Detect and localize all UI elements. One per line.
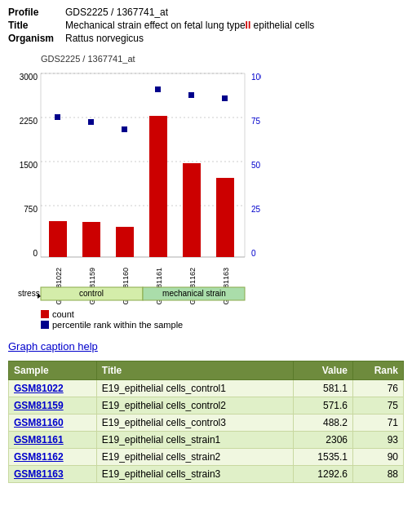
col-rank: Rank (353, 361, 404, 380)
svg-text:mechanical strain: mechanical strain (162, 289, 226, 298)
legend-count: count (41, 309, 261, 319)
cell-sample: GSM81160 (9, 415, 97, 432)
dot-gsm81160 (122, 126, 127, 132)
col-value: Value (294, 361, 353, 380)
cell-rank: 71 (353, 415, 404, 432)
cell-value: 2306 (294, 432, 353, 449)
sample-link[interactable]: GSM81159 (14, 400, 64, 411)
bar-gsm81159 (82, 222, 100, 257)
data-table: Sample Title Value Rank GSM81022E19_epit… (8, 361, 404, 483)
col-title: Title (96, 361, 294, 380)
chart-title: GDS2225 / 1367741_at (41, 54, 261, 64)
organism-row: Organism Rattus norvegicus (8, 33, 404, 44)
cell-sample: GSM81159 (9, 397, 97, 415)
cell-rank: 90 (353, 449, 404, 466)
organism-value: Rattus norvegicus (65, 33, 144, 44)
cell-rank: 76 (353, 380, 404, 397)
chart-svg: 3000 2250 1500 750 0 100% 75 50 25 0 (8, 65, 261, 306)
bar-gsm81160 (116, 227, 134, 257)
dot-gsm81162 (188, 92, 194, 98)
sample-link[interactable]: GSM81162 (14, 451, 64, 463)
legend: count percentile rank within the sample (41, 309, 261, 330)
table-row: GSM81160E19_epithelial cells_control3488… (9, 415, 404, 432)
svg-text:100%: 100% (251, 73, 261, 82)
title-value: Mechanical strain effect on fetal lung t… (65, 20, 314, 31)
svg-text:0: 0 (33, 249, 38, 258)
cell-title: E19_epithelial cells_control3 (96, 415, 294, 432)
legend-percentile: percentile rank within the sample (41, 320, 261, 330)
bar-gsm81162 (183, 163, 201, 257)
graph-caption-link[interactable]: Graph caption help (8, 340, 98, 352)
title-label: Title (8, 20, 65, 31)
svg-text:25: 25 (251, 205, 261, 214)
svg-text:2250: 2250 (20, 117, 38, 126)
cell-title: E19_epithelial cells_strain1 (96, 432, 294, 449)
svg-rect-10 (41, 73, 245, 257)
cell-value: 1535.1 (294, 449, 353, 466)
cell-value: 581.1 (294, 380, 353, 397)
col-sample: Sample (9, 361, 97, 380)
table-row: GSM81161E19_epithelial cells_strain12306… (9, 432, 404, 449)
dot-gsm81022 (55, 114, 60, 120)
bar-gsm81022 (49, 221, 67, 257)
profile-label: Profile (8, 7, 65, 18)
cell-sample: GSM81022 (9, 380, 97, 397)
dot-gsm81161 (155, 86, 161, 92)
svg-text:50: 50 (251, 161, 261, 170)
svg-text:3000: 3000 (20, 73, 38, 82)
table-header-row: Sample Title Value Rank (9, 361, 404, 380)
legend-percentile-label: percentile rank within the sample (52, 320, 183, 330)
dot-gsm81163 (222, 95, 228, 101)
dot-gsm81159 (88, 119, 94, 125)
profile-row: Profile GDS2225 / 1367741_at (8, 7, 404, 18)
bar-gsm81161 (149, 116, 167, 257)
sample-link[interactable]: GSM81161 (14, 434, 64, 446)
chart-container: GDS2225 / 1367741_at 3000 2250 1500 750 … (8, 54, 261, 330)
svg-text:75: 75 (251, 117, 261, 126)
legend-count-label: count (52, 309, 74, 319)
table-row: GSM81163E19_epithelial cells_strain31292… (9, 466, 404, 483)
cell-value: 571.6 (294, 397, 353, 415)
bar-gsm81163 (216, 178, 234, 257)
cell-title: E19_epithelial cells_control1 (96, 380, 294, 397)
svg-text:750: 750 (24, 205, 38, 214)
legend-percentile-box (41, 321, 49, 329)
profile-section: Profile GDS2225 / 1367741_at Title Mecha… (8, 7, 404, 44)
cell-title: E19_epithelial cells_strain3 (96, 466, 294, 483)
svg-text:control: control (79, 289, 104, 298)
cell-title: E19_epithelial cells_strain2 (96, 449, 294, 466)
title-row: Title Mechanical strain effect on fetal … (8, 20, 404, 31)
sample-link[interactable]: GSM81163 (14, 468, 64, 480)
sample-link[interactable]: GSM81160 (14, 417, 64, 428)
organism-label: Organism (8, 33, 65, 44)
cell-value: 1292.6 (294, 466, 353, 483)
svg-text:0: 0 (251, 249, 256, 258)
cell-sample: GSM81162 (9, 449, 97, 466)
table-row: GSM81162E19_epithelial cells_strain21535… (9, 449, 404, 466)
sample-link[interactable]: GSM81022 (14, 383, 64, 394)
svg-text:1500: 1500 (20, 161, 38, 170)
legend-count-box (41, 310, 49, 318)
cell-rank: 88 (353, 466, 404, 483)
cell-title: E19_epithelial cells_control2 (96, 397, 294, 415)
cell-rank: 93 (353, 432, 404, 449)
cell-value: 488.2 (294, 415, 353, 432)
cell-rank: 75 (353, 397, 404, 415)
cell-sample: GSM81161 (9, 432, 97, 449)
table-row: GSM81022E19_epithelial cells_control1581… (9, 380, 404, 397)
title-main: Mechanical strain effect on fetal lung t… (65, 20, 246, 31)
table-row: GSM81159E19_epithelial cells_control2571… (9, 397, 404, 415)
svg-text:stress: stress (18, 289, 40, 298)
cell-sample: GSM81163 (9, 466, 97, 483)
profile-value: GDS2225 / 1367741_at (65, 7, 168, 18)
title-suffix: epithelial cells (250, 20, 314, 31)
